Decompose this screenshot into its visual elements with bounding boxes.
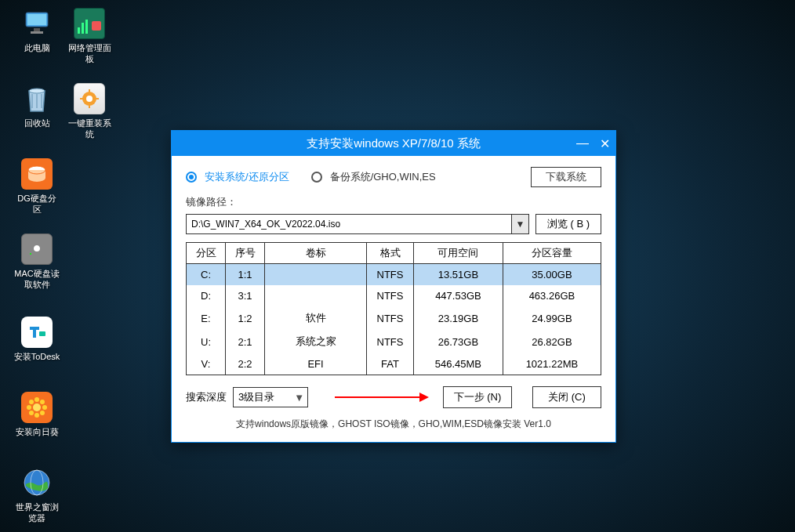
col-format: 格式 bbox=[367, 243, 414, 264]
image-path-label: 镜像路径： bbox=[186, 195, 601, 209]
monitor-icon bbox=[21, 8, 53, 39]
cell-free: 23.19GB bbox=[414, 306, 503, 330]
search-depth-label: 搜索深度 bbox=[186, 390, 227, 404]
svg-rect-7 bbox=[89, 89, 90, 92]
svg-point-19 bbox=[29, 400, 34, 404]
browse-button[interactable]: 浏览 ( B ) bbox=[535, 214, 601, 234]
table-row[interactable]: U:2:1系统之家NTFS26.73GB26.82GB bbox=[187, 330, 601, 353]
svg-point-22 bbox=[40, 411, 45, 415]
svg-rect-1 bbox=[27, 14, 46, 25]
desktop-icon-dg-partition[interactable]: DG硬盘分区 bbox=[13, 158, 60, 215]
search-depth-value: 3级目录 bbox=[238, 390, 274, 404]
cell-free: 13.51GB bbox=[414, 264, 503, 286]
installer-window: 支持安装windows XP/7/8/10 系统 — ✕ 安装系统/还原分区 备… bbox=[171, 130, 616, 443]
disk-icon bbox=[21, 158, 53, 190]
cell-volume: EFI bbox=[265, 353, 367, 375]
icon-label: 世界之窗浏览器 bbox=[13, 501, 60, 523]
titlebar[interactable]: 支持安装windows XP/7/8/10 系统 — ✕ bbox=[172, 131, 615, 156]
dashboard-icon bbox=[74, 8, 105, 39]
image-path-input[interactable]: D:\G_WIN7_X64_OK_V2022.04.iso ▼ bbox=[186, 214, 529, 234]
cell-partition: E: bbox=[187, 306, 226, 330]
cell-capacity: 463.26GB bbox=[503, 285, 601, 306]
icon-label: 安装ToDesk bbox=[13, 351, 60, 362]
cell-volume bbox=[265, 285, 367, 306]
search-depth-select[interactable]: 3级目录 ▼ bbox=[233, 387, 308, 407]
cell-capacity: 1021.22MB bbox=[503, 353, 601, 375]
icon-label: 此电脑 bbox=[13, 42, 60, 53]
col-volume: 卷标 bbox=[265, 243, 367, 264]
svg-point-15 bbox=[34, 397, 39, 402]
backup-system-radio[interactable] bbox=[311, 172, 322, 183]
cell-format: NTFS bbox=[367, 330, 414, 353]
svg-rect-3 bbox=[31, 31, 43, 34]
image-path-value: D:\G_WIN7_X64_OK_V2022.04.iso bbox=[191, 219, 340, 230]
table-row[interactable]: D:3:1NTFS447.53GB463.26GB bbox=[187, 285, 601, 306]
next-button[interactable]: 下一步 (N) bbox=[443, 386, 512, 408]
cell-partition: U: bbox=[187, 330, 226, 353]
window-title: 支持安装windows XP/7/8/10 系统 bbox=[307, 136, 481, 151]
table-row[interactable]: V:2:2EFIFAT546.45MB1021.22MB bbox=[187, 353, 601, 375]
cell-capacity: 26.82GB bbox=[503, 330, 601, 353]
cell-serial: 2:1 bbox=[226, 330, 265, 353]
icon-label: 回收站 bbox=[13, 118, 60, 128]
cell-serial: 1:2 bbox=[226, 306, 265, 330]
desktop-icon-this-pc[interactable]: 此电脑 bbox=[13, 8, 60, 53]
backup-system-label: 备份系统/GHO,WIN,ES bbox=[330, 170, 436, 184]
svg-point-13 bbox=[30, 253, 31, 255]
col-serial: 序号 bbox=[226, 243, 265, 264]
svg-rect-14 bbox=[39, 331, 45, 336]
desktop-icon-one-click-reinstall[interactable]: 一键重装系统 bbox=[66, 83, 113, 139]
desktop-icon-recycle-bin[interactable]: 回收站 bbox=[13, 83, 60, 128]
cell-format: NTFS bbox=[367, 306, 414, 330]
icon-label: 网络管理面板 bbox=[66, 42, 113, 64]
svg-point-21 bbox=[29, 411, 34, 415]
cell-serial: 1:1 bbox=[226, 264, 265, 286]
desktop-icon-network-panel[interactable]: 网络管理面板 bbox=[66, 8, 113, 64]
download-system-button[interactable]: 下载系统 bbox=[531, 167, 601, 187]
install-system-radio[interactable] bbox=[186, 172, 197, 183]
partition-table: 分区 序号 卷标 格式 可用空间 分区容量 C:1:1NTFS13.51GB35… bbox=[186, 242, 601, 375]
cell-partition: D: bbox=[187, 285, 226, 306]
svg-point-16 bbox=[34, 413, 39, 418]
cell-serial: 3:1 bbox=[226, 285, 265, 306]
desktop-icon-mac-disk-reader[interactable]: MAC硬盘读取软件 bbox=[13, 233, 60, 290]
svg-rect-8 bbox=[89, 105, 90, 108]
svg-point-23 bbox=[33, 404, 41, 411]
col-free: 可用空间 bbox=[414, 243, 503, 264]
svg-rect-10 bbox=[96, 98, 99, 100]
gear-icon bbox=[74, 83, 105, 114]
todesk-icon bbox=[21, 317, 53, 348]
table-row[interactable]: C:1:1NTFS13.51GB35.00GB bbox=[187, 264, 601, 286]
desktop-icon-theworld-browser[interactable]: 世界之窗浏览器 bbox=[13, 467, 60, 523]
cell-free: 447.53GB bbox=[414, 285, 503, 306]
cell-free: 26.73GB bbox=[414, 330, 503, 353]
close-action-button[interactable]: 关闭 (C) bbox=[532, 386, 601, 408]
cell-format: FAT bbox=[367, 353, 414, 375]
icon-label: 一键重装系统 bbox=[66, 118, 113, 139]
svg-rect-2 bbox=[34, 28, 40, 31]
svg-rect-9 bbox=[80, 98, 83, 100]
icon-label: MAC硬盘读取软件 bbox=[13, 268, 60, 290]
cell-serial: 2:2 bbox=[226, 353, 265, 375]
svg-point-17 bbox=[27, 405, 31, 410]
desktop-icon-todesk[interactable]: 安装ToDesk bbox=[13, 317, 60, 362]
cell-free: 546.45MB bbox=[414, 353, 503, 375]
svg-point-6 bbox=[86, 96, 93, 102]
minimize-button[interactable]: — bbox=[576, 137, 589, 150]
chevron-down-icon: ▼ bbox=[294, 392, 304, 404]
install-system-label: 安装系统/还原分区 bbox=[205, 170, 289, 184]
close-button[interactable]: ✕ bbox=[598, 137, 611, 150]
cell-volume: 系统之家 bbox=[265, 330, 367, 353]
cell-capacity: 35.00GB bbox=[503, 264, 601, 286]
col-capacity: 分区容量 bbox=[503, 243, 601, 264]
cell-volume bbox=[265, 264, 367, 286]
desktop-icon-sunflower[interactable]: 安装向日葵 bbox=[13, 392, 60, 437]
chevron-down-icon[interactable]: ▼ bbox=[511, 215, 528, 233]
cell-format: NTFS bbox=[367, 285, 414, 306]
cell-capacity: 24.99GB bbox=[503, 306, 601, 330]
svg-point-4 bbox=[29, 89, 45, 93]
svg-point-20 bbox=[40, 400, 45, 404]
table-row[interactable]: E:1:2软件NTFS23.19GB24.99GB bbox=[187, 306, 601, 330]
trash-icon bbox=[21, 83, 53, 114]
footer-text: 支持windows原版镜像，GHOST ISO镜像，GHO,WIM,ESD镜像安… bbox=[186, 418, 601, 431]
